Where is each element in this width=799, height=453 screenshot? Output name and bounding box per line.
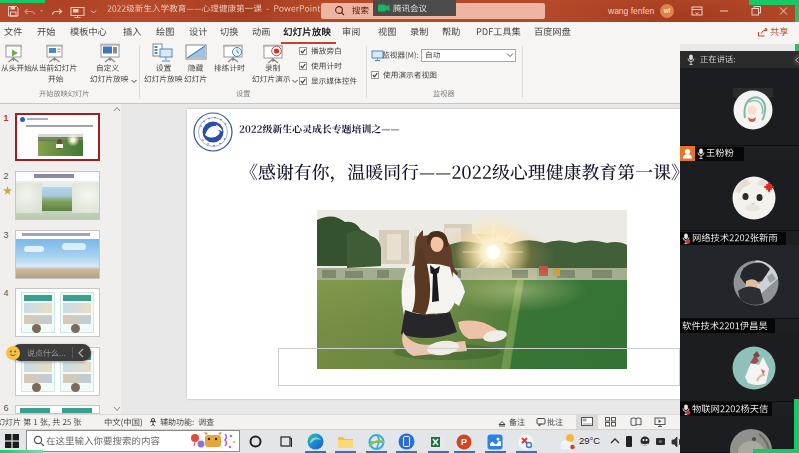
svg-text:P: P [461, 437, 467, 447]
